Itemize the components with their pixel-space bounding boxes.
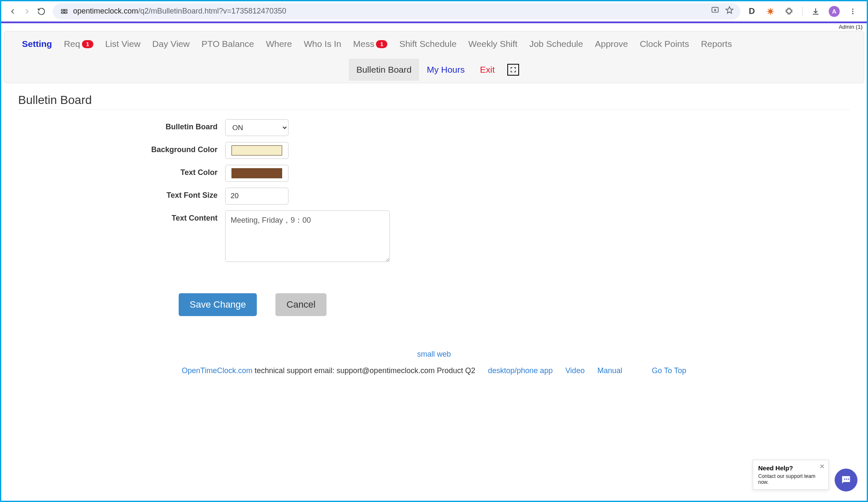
footer-go-top-link[interactable]: Go To Top: [652, 366, 686, 375]
user-label: Admin (1): [1, 23, 867, 31]
extensions-icon[interactable]: [784, 6, 795, 17]
nav-clock-points[interactable]: Clock Points: [634, 39, 695, 49]
svg-point-9: [844, 478, 845, 480]
page-title: Bulletin Board: [18, 93, 850, 107]
help-close-icon[interactable]: ✕: [819, 463, 825, 470]
row-text-content: Text Content: [18, 210, 850, 264]
chat-icon: [840, 474, 852, 486]
bg-color-swatch: [231, 145, 282, 156]
url-text: opentimeclock.com/q2/mBulletinBoard.html…: [73, 7, 286, 16]
label-text-content: Text Content: [18, 210, 225, 223]
help-card: ✕ Need Help? Contact our support team no…: [753, 460, 829, 490]
row-font-size: Text Font Size: [18, 188, 850, 205]
label-bulletin-board: Bulletin Board: [18, 119, 225, 131]
footer-site-link[interactable]: OpenTimeClock.com: [182, 366, 252, 375]
nav-mess-label: Mess: [353, 39, 374, 49]
svg-point-10: [846, 478, 847, 480]
back-icon[interactable]: [5, 4, 20, 19]
subnav-my-hours[interactable]: My Hours: [419, 59, 472, 81]
svg-point-7: [852, 11, 854, 12]
nav-req-badge: 1: [82, 40, 93, 48]
bg-color-picker[interactable]: [225, 142, 288, 159]
help-subtitle: Contact our support team now.: [758, 473, 823, 485]
cancel-button[interactable]: Cancel: [275, 293, 326, 316]
nav-pto-balance[interactable]: PTO Balance: [196, 39, 260, 49]
footer-small-web[interactable]: small web: [417, 350, 451, 358]
svg-point-11: [848, 478, 849, 480]
svg-rect-0: [61, 9, 64, 11]
fullscreen-icon[interactable]: [507, 64, 519, 76]
button-row: Save Change Cancel: [179, 293, 850, 316]
footer: small web OpenTimeClock.com technical su…: [18, 350, 850, 375]
nav-day-view[interactable]: Day View: [147, 39, 196, 49]
row-text-color: Text Color: [18, 165, 850, 182]
forward-icon[interactable]: [20, 4, 34, 19]
divider: [18, 109, 850, 110]
url-path: /q2/mBulletinBoard.html?v=1735812470350: [138, 7, 286, 15]
text-color-picker[interactable]: [225, 165, 288, 182]
help-title: Need Help?: [758, 464, 823, 472]
row-bg-color: Background Color: [18, 142, 850, 159]
svg-rect-1: [65, 9, 67, 11]
row-bulletin-board: Bulletin Board ON: [18, 119, 850, 136]
svg-point-6: [852, 8, 854, 10]
profile-avatar[interactable]: A: [829, 6, 840, 17]
svg-point-5: [768, 9, 773, 14]
nav-setting[interactable]: Setting: [16, 39, 58, 49]
nav-who-is-in[interactable]: Who Is In: [298, 39, 347, 49]
extension-bug-icon[interactable]: [765, 6, 776, 17]
nav-weekly-shift[interactable]: Weekly Shift: [463, 39, 523, 49]
nav-reports[interactable]: Reports: [695, 39, 738, 49]
nav-req[interactable]: Req1: [58, 39, 99, 49]
subnav-bulletin-board[interactable]: Bulletin Board: [349, 59, 419, 81]
nav-job-schedule[interactable]: Job Schedule: [523, 39, 589, 49]
install-app-icon[interactable]: [711, 6, 719, 16]
svg-point-8: [852, 13, 854, 14]
label-bg-color: Background Color: [18, 142, 225, 154]
separator: [802, 7, 803, 16]
nav-row-2: Bulletin Board My Hours Exit: [16, 57, 852, 83]
nav-row-1: Setting Req1 List View Day View PTO Bala…: [16, 31, 852, 57]
svg-rect-2: [61, 12, 64, 13]
nav-shift-schedule[interactable]: Shift Schedule: [393, 39, 462, 49]
footer-desktop-link[interactable]: desktop/phone app: [488, 366, 552, 375]
address-bar[interactable]: opentimeclock.com/q2/mBulletinBoard.html…: [53, 3, 740, 19]
label-text-color: Text Color: [18, 165, 225, 177]
browser-chrome: opentimeclock.com/q2/mBulletinBoard.html…: [1, 1, 867, 22]
nav-req-label: Req: [64, 39, 80, 49]
label-font-size: Text Font Size: [18, 188, 225, 200]
extension-d-icon[interactable]: D: [746, 6, 757, 17]
nav-where[interactable]: Where: [260, 39, 298, 49]
font-size-input[interactable]: [225, 188, 288, 205]
reload-icon[interactable]: [34, 4, 49, 19]
nav-approve[interactable]: Approve: [589, 39, 634, 49]
text-color-swatch: [231, 168, 282, 178]
save-button[interactable]: Save Change: [179, 293, 257, 316]
menu-dots-icon[interactable]: [847, 6, 858, 17]
page-content: Bulletin Board Bulletin Board ON Backgro…: [1, 83, 867, 388]
bulletin-board-toggle[interactable]: ON: [225, 119, 288, 136]
nav-list-view[interactable]: List View: [99, 39, 147, 49]
chrome-actions: D A: [746, 6, 863, 17]
subnav-exit[interactable]: Exit: [472, 59, 502, 81]
nav-mess-badge: 1: [376, 40, 387, 48]
text-content-input[interactable]: [225, 210, 390, 262]
main-navbar: Setting Req1 List View Day View PTO Bala…: [4, 31, 864, 83]
footer-manual-link[interactable]: Manual: [597, 366, 622, 375]
chat-fab[interactable]: [835, 469, 857, 491]
footer-support-text: technical support email: support@opentim…: [253, 366, 476, 375]
svg-rect-3: [65, 12, 67, 13]
footer-video-link[interactable]: Video: [565, 366, 585, 375]
url-host: opentimeclock.com: [73, 7, 138, 15]
nav-mess[interactable]: Mess1: [347, 39, 393, 49]
site-settings-icon[interactable]: [60, 7, 69, 16]
download-icon[interactable]: [810, 6, 821, 17]
bookmark-icon[interactable]: [725, 6, 734, 16]
